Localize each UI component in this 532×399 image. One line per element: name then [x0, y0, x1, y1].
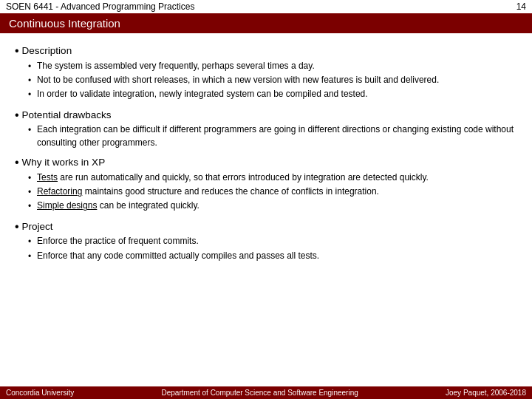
why-text-1-prefix: Tests: [37, 172, 58, 183]
why-text-2-body: maintains good structure and reduces the…: [82, 186, 379, 197]
why-text-3: Simple designs can be integrated quickly…: [37, 200, 200, 212]
section-why: • Why it works in XP: [15, 155, 520, 170]
section-drawbacks: • Potential drawbacks: [15, 108, 520, 123]
project-bullet-2: • Enforce that any code committed actual…: [28, 250, 520, 263]
why-text-2-prefix: Refactoring: [37, 186, 82, 197]
project-text-2: Enforce that any code committed actually…: [37, 250, 319, 262]
project-text-1: Enforce the practice of frequent commits…: [37, 235, 199, 248]
project-bullet-1: • Enforce the practice of frequent commi…: [28, 235, 520, 248]
drawbacks-bullet-1: • Each integration can be difficult if d…: [28, 123, 520, 149]
why-bullet-2: • Refactoring maintains good structure a…: [28, 185, 520, 199]
drawbacks-text-1: Each integration can be difficult if dif…: [37, 123, 520, 149]
why-bullet-1: • Tests are run automatically and quickl…: [28, 171, 520, 185]
desc-text-3: In order to validate integration, newly …: [37, 88, 368, 100]
why-bullet-3: • Simple designs can be integrated quick…: [28, 200, 520, 213]
section-project: • Project: [15, 219, 520, 234]
section-description-label: Description: [22, 44, 72, 58]
why-text-2: Refactoring maintains good structure and…: [37, 185, 379, 198]
top-bar: SOEN 6441 - Advanced Programming Practic…: [0, 0, 532, 13]
main-content: • Description • The system is assembled …: [0, 33, 532, 270]
desc-bullet-2: • Not to be confused with short releases…: [28, 74, 520, 87]
desc-text-2: Not to be confused with short releases, …: [37, 74, 439, 86]
footer-center: Department of Computer Science and Softw…: [162, 389, 358, 397]
why-text-1-body: are run automatically and quickly, so th…: [58, 172, 429, 183]
why-text-1: Tests are run automatically and quickly,…: [37, 171, 429, 184]
footer: Concordia University Department of Compu…: [0, 386, 532, 399]
desc-text-1: The system is assembled very frequently,…: [37, 60, 315, 72]
slide-header: Continuous Integration: [0, 13, 532, 33]
slide-number: 14: [516, 1, 526, 12]
why-text-3-body: can be integrated quickly.: [97, 200, 200, 211]
footer-left: Concordia University: [6, 389, 74, 397]
footer-right: Joey Paquet, 2006-2018: [446, 389, 526, 397]
desc-bullet-1: • The system is assembled very frequentl…: [28, 60, 520, 73]
section-project-label: Project: [22, 219, 53, 234]
course-title: SOEN 6441 - Advanced Programming Practic…: [6, 1, 194, 12]
section-description: • Description: [15, 44, 520, 58]
why-text-3-prefix: Simple designs: [37, 200, 97, 211]
section-why-label: Why it works in XP: [22, 155, 106, 170]
section-drawbacks-label: Potential drawbacks: [22, 108, 112, 123]
desc-bullet-3: • In order to validate integration, newl…: [28, 88, 520, 101]
slide-title: Continuous Integration: [9, 17, 120, 30]
